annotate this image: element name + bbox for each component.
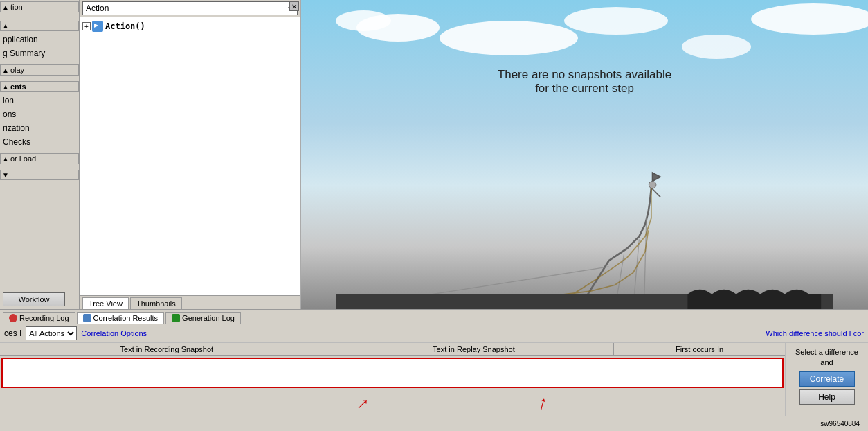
arrow-icon-3: ▲: [2, 67, 9, 74]
correlate-button[interactable]: Correlate: [799, 371, 855, 387]
table-header: Text in Recording Snapshot Text in Repla…: [0, 343, 785, 356]
sidebar-section-load[interactable]: ▲ or Load: [0, 153, 79, 164]
action-bar: Action: [80, 0, 300, 17]
sidebar-section-olay-label: olay: [10, 66, 24, 74]
arrow-right-icon: ↑: [535, 392, 550, 416]
tab-recording-log[interactable]: Recording Log: [3, 312, 75, 324]
action-icon: [92, 21, 103, 32]
corr-icon: [83, 314, 91, 322]
tree-expand-icon[interactable]: +: [82, 22, 91, 30]
correlation-options-link[interactable]: Correlation Options: [81, 329, 147, 337]
taskbar: sw96540884: [0, 416, 868, 431]
select-difference-text: Select a difference and: [788, 347, 865, 369]
arrow-icon-5: ▲: [2, 155, 9, 163]
left-sidebar: ▲ tion ▲ pplication g Summary ▲ olay ▲ e…: [0, 0, 80, 309]
sidebar-item-rization[interactable]: rization: [0, 121, 79, 135]
cloud-5: [682, 35, 751, 59]
top-area: ▲ tion ▲ pplication g Summary ▲ olay ▲ e…: [0, 0, 868, 309]
arrow-icon-4: ▲: [2, 83, 9, 91]
header-recording: Text in Recording Snapshot: [0, 343, 334, 355]
arrow-left-icon: ↑: [352, 392, 375, 415]
sidebar-section-ents[interactable]: ▲ ents: [0, 81, 79, 92]
arrow-icon-6: ▼: [2, 171, 9, 179]
correlation-table-body: [1, 358, 784, 388]
sidebar-item-checks[interactable]: Checks: [0, 135, 79, 149]
filter-label: ces I: [4, 328, 21, 338]
sidebar-section-load-label: or Load: [10, 155, 36, 163]
correlation-toolbar: ces I All Actions Correlation Options Wh…: [0, 324, 868, 343]
roller-coaster-svg: [301, 139, 868, 309]
sidebar-section-2[interactable]: ▲: [0, 21, 79, 31]
action-tabs-bar: Tree View Thumbnails: [80, 295, 300, 309]
tab-generation-log[interactable]: Generation Log: [165, 312, 241, 324]
arrow-icon: ▲: [2, 3, 9, 11]
header-first-occurs: First occurs In: [614, 343, 785, 355]
help-button[interactable]: Help: [799, 389, 855, 405]
arrow-icon-2: ▲: [2, 22, 9, 30]
cloud-6: [751, 3, 868, 35]
tree-item-action[interactable]: + Action(): [82, 20, 298, 33]
sidebar-section-ents-label: ents: [10, 82, 26, 91]
snapshot-area: There are no snapshots available for the…: [301, 0, 868, 309]
sky-background: There are no snapshots available for the…: [301, 0, 868, 309]
taskbar-info: sw96540884: [820, 420, 860, 428]
cloud-2: [336, 10, 391, 31]
tab-thumbnails[interactable]: Thumbnails: [130, 297, 182, 309]
close-button[interactable]: ✕: [289, 1, 299, 11]
main-container: ▲ tion ▲ pplication g Summary ▲ olay ▲ e…: [0, 0, 868, 431]
rec-icon: [9, 314, 17, 322]
tab-tree-view[interactable]: Tree View: [82, 297, 129, 309]
svg-point-2: [649, 181, 656, 188]
cloud-3: [440, 21, 578, 55]
sidebar-item-ons[interactable]: ons: [0, 107, 79, 121]
correlation-tabs: Recording Log Correlation Results Genera…: [0, 310, 868, 324]
sidebar-section-tion[interactable]: ▲ tion: [0, 1, 79, 12]
tree-item-label: Action(): [105, 21, 145, 31]
sidebar-item-ion[interactable]: ion: [0, 94, 79, 107]
action-panel: ✕ Action + Action() Tree View Thumbnails: [80, 0, 301, 309]
empty-row: [3, 359, 782, 387]
sidebar-section-extra[interactable]: ▼: [0, 170, 79, 180]
sidebar-section-tion-label: tion: [10, 3, 23, 11]
which-diff-link[interactable]: Which difference should I cor: [766, 329, 864, 337]
header-replay: Text in Replay Snapshot: [334, 343, 614, 355]
workflow-button[interactable]: Workflow: [3, 292, 65, 306]
sidebar-section-olay[interactable]: ▲ olay: [0, 64, 79, 76]
cloud-4: [564, 7, 668, 35]
bottom-area: Recording Log Correlation Results Genera…: [0, 309, 868, 431]
tree-area: + Action(): [80, 17, 300, 295]
action-dropdown[interactable]: Action: [82, 1, 298, 15]
gen-icon: [172, 314, 180, 322]
no-snapshot-message: There are no snapshots available for the…: [498, 68, 671, 96]
sidebar-item-summary[interactable]: g Summary: [0, 46, 79, 60]
svg-marker-1: [653, 173, 660, 181]
tab-correlation-results[interactable]: Correlation Results: [77, 312, 165, 324]
sidebar-item-application[interactable]: pplication: [0, 33, 79, 46]
filter-dropdown[interactable]: All Actions: [26, 326, 77, 340]
